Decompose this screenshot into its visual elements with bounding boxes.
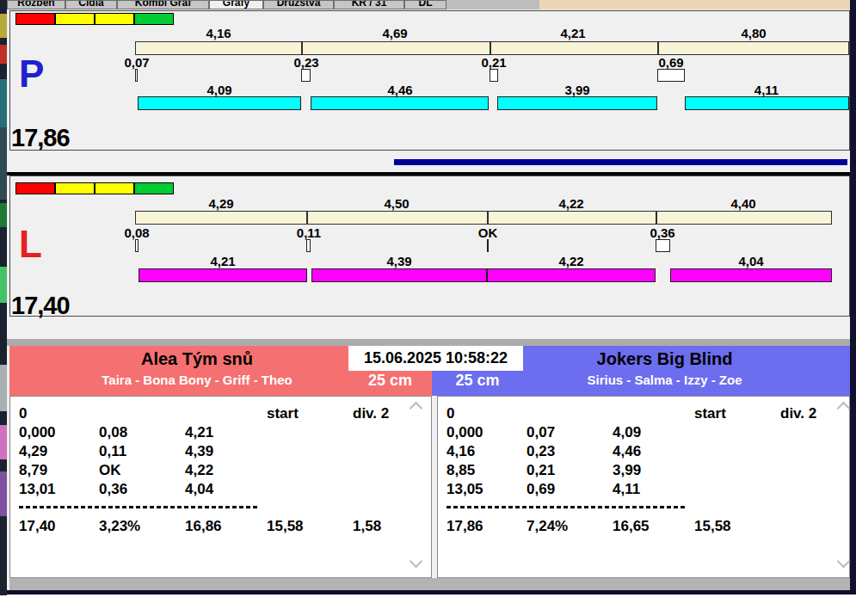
tab-label: Rozbeh bbox=[8, 0, 65, 9]
team-left-members: Taira - Bona Bony - Griff - Theo bbox=[9, 373, 385, 387]
dog-time-bar-l-3 bbox=[670, 268, 832, 282]
traffic-light-p-0 bbox=[15, 13, 55, 25]
team-right-size-class: 25 cm bbox=[432, 372, 523, 392]
window-right-edge bbox=[850, 0, 856, 594]
scroll-down-icon[interactable] bbox=[837, 555, 851, 569]
background-fragment bbox=[0, 471, 7, 516]
changeover-label-p-0: 0,07 bbox=[107, 55, 167, 70]
dog-time-bar-l-2 bbox=[487, 268, 656, 282]
tab-label: Cidla bbox=[66, 0, 116, 9]
split-time-label-l: 4,50 bbox=[362, 196, 431, 211]
table-cell: 0,07 bbox=[527, 424, 555, 441]
table-summary-cell: 17,86 bbox=[446, 518, 483, 535]
tab-dl[interactable]: DL bbox=[404, 0, 446, 9]
tab-kr-31[interactable]: KR / 31 bbox=[334, 0, 404, 9]
table-cell: 0,11 bbox=[99, 443, 126, 460]
lane-total-p: 17,86 bbox=[11, 124, 70, 152]
scroll-down-icon[interactable] bbox=[410, 555, 423, 569]
table-cell: 4,09 bbox=[613, 424, 641, 441]
tab-label: Grafy bbox=[210, 0, 262, 9]
team-left-name: Alea Tým snů bbox=[9, 349, 385, 369]
split-tick-p bbox=[490, 41, 491, 55]
dog-time-bar-p-1 bbox=[311, 96, 489, 110]
horizontal-scrollbar-track[interactable] bbox=[9, 578, 850, 590]
table-summary-cell: 16,86 bbox=[185, 518, 222, 535]
dog-time-bar-p-3 bbox=[685, 96, 849, 110]
table-summary-cell: 1,58 bbox=[353, 518, 381, 535]
traffic-light-l-2 bbox=[95, 182, 134, 194]
tab-cidla[interactable]: Cidla bbox=[65, 0, 117, 9]
tab-dru-stva[interactable]: Družstva bbox=[263, 0, 334, 9]
split-time-label-l: 4,29 bbox=[187, 196, 256, 211]
changeover-box-l-0 bbox=[135, 239, 139, 252]
table-summary-cell: 3,23% bbox=[99, 518, 140, 535]
dog-time-label-p-0: 4,09 bbox=[185, 83, 254, 97]
traffic-light-l-0 bbox=[15, 182, 55, 194]
dog-time-bar-p-0 bbox=[138, 96, 301, 110]
dog-time-label-l-0: 4,21 bbox=[188, 254, 257, 268]
tab-kombi-graf[interactable]: Kombi Graf bbox=[117, 0, 209, 9]
table-summary-cell: 15,58 bbox=[267, 518, 304, 535]
tab-grafy[interactable]: Grafy bbox=[209, 0, 263, 9]
split-time-label-p: 4,80 bbox=[719, 26, 788, 40]
table-separator bbox=[446, 506, 685, 508]
changeover-label-p-1: 0,23 bbox=[276, 55, 336, 70]
dog-time-label-p-1: 4,46 bbox=[366, 83, 434, 97]
tab-label: DL bbox=[405, 0, 446, 9]
changeover-label-l-2: OK bbox=[458, 225, 518, 240]
lane-letter-l: L bbox=[19, 225, 42, 263]
table-summary-cell: 16,65 bbox=[613, 518, 650, 535]
traffic-light-l-1 bbox=[55, 182, 95, 194]
split-tick-l bbox=[487, 211, 489, 225]
changeover-label-l-1: 0,11 bbox=[279, 225, 339, 240]
table-cell: OK bbox=[99, 462, 121, 479]
scroll-up-icon[interactable] bbox=[410, 402, 423, 416]
split-tick-p bbox=[301, 41, 303, 55]
table-cell: 4,04 bbox=[185, 481, 213, 498]
background-fragment bbox=[0, 45, 7, 64]
tab-rozbeh[interactable]: Rozbeh bbox=[7, 0, 65, 9]
table-cell: 4,11 bbox=[613, 481, 640, 498]
background-fragment bbox=[0, 425, 7, 459]
changeover-label-p-2: 0,21 bbox=[464, 55, 524, 70]
table-cell: 13,05 bbox=[446, 481, 483, 498]
changeover-label-p-3: 0,69 bbox=[641, 55, 701, 70]
changeover-box-l-3 bbox=[656, 239, 670, 252]
background-fragment bbox=[0, 203, 7, 227]
table-cell: 0,000 bbox=[446, 424, 483, 441]
table-cell: 4,46 bbox=[613, 443, 641, 460]
dog-time-label-l-2: 4,22 bbox=[537, 254, 606, 268]
titlebar-remnant bbox=[539, 0, 850, 9]
traffic-light-p-3 bbox=[134, 13, 174, 25]
table-cell: 3,99 bbox=[613, 462, 641, 479]
dog-time-bar-l-1 bbox=[311, 268, 487, 282]
table-cell: start bbox=[267, 405, 299, 422]
table-cell: 0,000 bbox=[19, 424, 56, 441]
team-left-results-table: 0startdiv. 20,0000,084,214,290,114,398,7… bbox=[9, 396, 432, 578]
table-cell: 8,79 bbox=[19, 462, 47, 479]
split-bar-l bbox=[135, 211, 832, 225]
changeover-label-l-0: 0,08 bbox=[107, 225, 167, 240]
table-cell: 4,21 bbox=[185, 424, 213, 441]
split-time-label-l: 4,22 bbox=[537, 196, 606, 211]
split-time-label-p: 4,16 bbox=[184, 26, 253, 40]
window-bottom-edge bbox=[7, 590, 856, 594]
dog-time-bar-p-2 bbox=[497, 96, 657, 110]
changeover-label-l-3: 0,36 bbox=[632, 225, 693, 240]
traffic-light-p-2 bbox=[95, 13, 134, 25]
table-cell: 0 bbox=[19, 405, 27, 422]
table-cell: 0,23 bbox=[527, 443, 555, 460]
traffic-light-l-3 bbox=[134, 182, 174, 194]
table-cell: div. 2 bbox=[353, 405, 389, 422]
section-divider bbox=[7, 339, 850, 346]
dog-time-label-l-3: 4,04 bbox=[717, 254, 785, 268]
table-cell: 0 bbox=[446, 405, 454, 422]
table-cell: 8,85 bbox=[446, 462, 475, 479]
scroll-up-icon[interactable] bbox=[837, 402, 851, 416]
table-separator bbox=[19, 506, 257, 508]
split-tick-l bbox=[306, 211, 308, 225]
background-fragment bbox=[0, 14, 7, 38]
table-cell: 4,22 bbox=[185, 462, 213, 479]
team-right-name: Jokers Big Blind bbox=[479, 349, 850, 369]
tab-label: KR / 31 bbox=[335, 0, 403, 9]
